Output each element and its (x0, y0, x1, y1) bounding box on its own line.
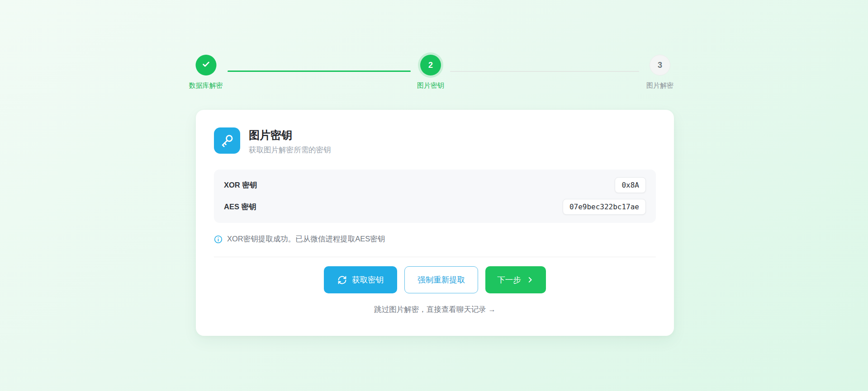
status-message-row: XOR密钥提取成功。已从微信进程提取AES密钥 (214, 234, 656, 244)
step-3-circle: 3 (650, 55, 670, 75)
step-3-number: 3 (658, 61, 662, 70)
aes-key-row: AES 密钥 07e9bec322bc17ae (224, 199, 646, 215)
stepper-connector-completed (228, 71, 411, 72)
aes-key-value[interactable]: 07e9bec322bc17ae (563, 199, 646, 215)
xor-key-value[interactable]: 0x8A (615, 177, 646, 193)
aes-key-label: AES 密钥 (224, 202, 256, 212)
step-database-decrypt[interactable]: 数据库解密 (189, 55, 223, 90)
xor-key-label: XOR 密钥 (224, 180, 257, 190)
check-icon (201, 59, 211, 71)
key-icon (214, 127, 240, 154)
next-step-button[interactable]: 下一步 (485, 266, 546, 293)
fetch-key-label: 获取密钥 (352, 274, 384, 285)
step-2-label: 图片密钥 (417, 81, 444, 90)
refresh-icon (337, 275, 347, 285)
key-panel: XOR 密钥 0x8A AES 密钥 07e9bec322bc17ae (214, 170, 656, 223)
step-image-key[interactable]: 2 图片密钥 (417, 55, 444, 90)
step-3-label: 图片解密 (646, 81, 674, 90)
card-header-text: 图片密钥 获取图片解密所需的密钥 (249, 127, 331, 155)
card-title: 图片密钥 (249, 128, 331, 142)
force-reextract-button[interactable]: 强制重新提取 (404, 266, 478, 293)
step-2-number: 2 (428, 61, 433, 70)
step-2-circle: 2 (420, 55, 441, 75)
action-buttons: 获取密钥 强制重新提取 下一步 (214, 266, 656, 293)
skip-decrypt-link[interactable]: 跳过图片解密，直接查看聊天记录 → (374, 305, 496, 313)
card-subtitle: 获取图片解密所需的密钥 (249, 145, 331, 155)
fetch-key-button[interactable]: 获取密钥 (324, 266, 397, 293)
divider (214, 257, 656, 257)
step-1-circle (195, 55, 216, 75)
xor-key-row: XOR 密钥 0x8A (224, 177, 646, 193)
step-1-label: 数据库解密 (189, 81, 223, 90)
image-key-card: 图片密钥 获取图片解密所需的密钥 XOR 密钥 0x8A AES 密钥 07e9… (196, 110, 674, 336)
force-reextract-label: 强制重新提取 (417, 274, 465, 285)
card-header: 图片密钥 获取图片解密所需的密钥 (214, 127, 656, 155)
chevron-right-icon (526, 276, 534, 284)
info-icon (214, 235, 223, 244)
status-message: XOR密钥提取成功。已从微信进程提取AES密钥 (227, 234, 385, 244)
step-image-decrypt[interactable]: 3 图片解密 (646, 55, 674, 90)
next-step-label: 下一步 (497, 274, 521, 285)
stepper-connector-pending (450, 71, 639, 72)
skip-row: 跳过图片解密，直接查看聊天记录 → (214, 305, 656, 315)
